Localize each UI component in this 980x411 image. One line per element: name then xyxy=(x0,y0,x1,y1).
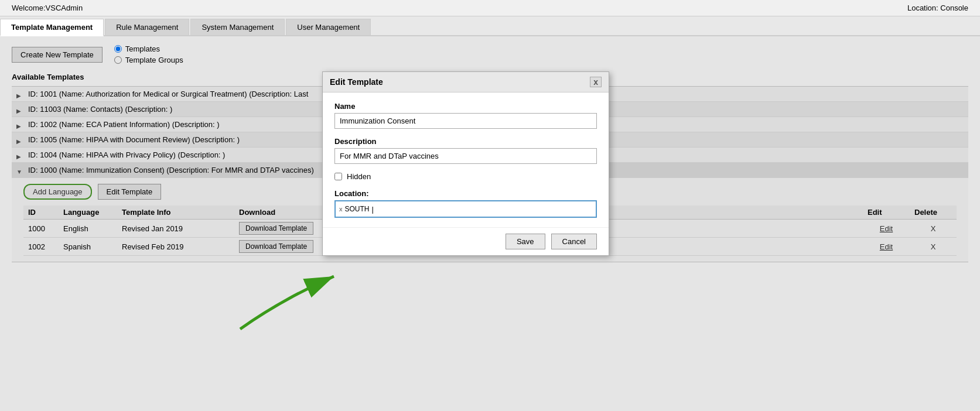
main-content: Create New Template Templates Template G… xyxy=(0,36,980,411)
location-label: Location: xyxy=(334,189,597,198)
name-input[interactable] xyxy=(334,113,597,129)
tab-system-management[interactable]: System Management xyxy=(190,19,285,35)
tag-remove-icon[interactable]: x xyxy=(339,206,343,213)
welcome-text: Welcome:VSCAdmin xyxy=(12,4,83,12)
cancel-button[interactable]: Cancel xyxy=(551,234,597,249)
top-bar: Welcome:VSCAdmin Location: Console xyxy=(0,0,980,16)
tab-rule-management[interactable]: Rule Management xyxy=(105,19,189,35)
modal-footer: Save Cancel xyxy=(323,227,609,255)
tab-user-management[interactable]: User Management xyxy=(286,19,371,35)
hidden-label: Hidden xyxy=(347,172,371,181)
description-input[interactable] xyxy=(334,148,597,164)
edit-template-modal: Edit Template x Name Description Hidden … xyxy=(322,71,609,256)
description-label: Description xyxy=(334,137,597,146)
location-input[interactable] xyxy=(372,205,593,214)
location-tag: x SOUTH xyxy=(339,205,370,213)
modal-close-button[interactable]: x xyxy=(590,77,602,87)
tab-template-management[interactable]: Template Management xyxy=(0,19,104,36)
save-button[interactable]: Save xyxy=(506,234,545,249)
tag-value: SOUTH xyxy=(345,205,370,213)
name-label: Name xyxy=(334,102,597,111)
hidden-checkbox-row: Hidden xyxy=(334,172,597,181)
location-tag-input[interactable]: x SOUTH xyxy=(334,200,597,218)
tabs-bar: Template Management Rule Management Syst… xyxy=(0,16,980,36)
modal-title: Edit Template xyxy=(330,77,383,87)
location-text: Location: Console xyxy=(907,4,968,12)
modal-header: Edit Template x xyxy=(323,72,609,93)
modal-body: Name Description Hidden Location: x SOUT… xyxy=(323,93,609,227)
hidden-checkbox[interactable] xyxy=(334,173,342,180)
